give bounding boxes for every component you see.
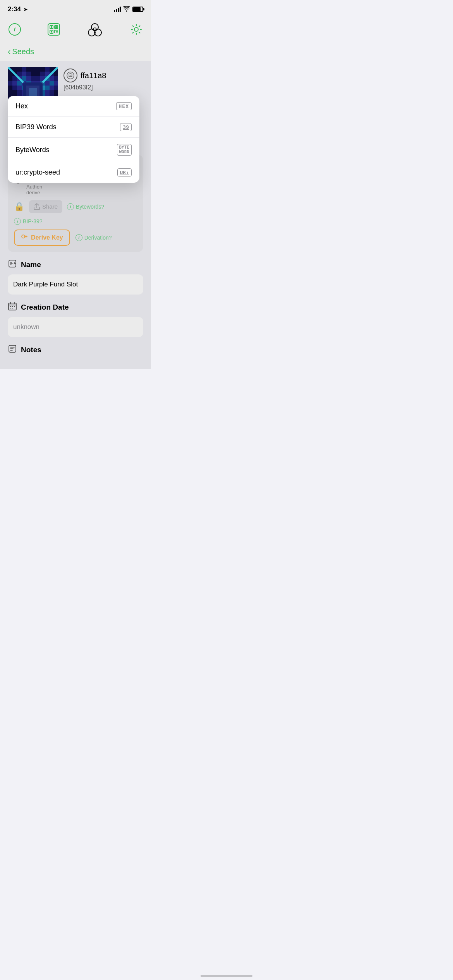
gear-icon bbox=[130, 23, 142, 36]
notes-label: Notes bbox=[21, 346, 41, 354]
derivation-info-button[interactable]: i Derivation? bbox=[76, 234, 112, 241]
bip39-info-icon: i bbox=[14, 218, 21, 225]
qr-icon bbox=[48, 23, 60, 36]
derivation-label: Derivation? bbox=[84, 235, 112, 241]
back-chevron-icon: ‹ bbox=[8, 48, 10, 56]
svg-rect-27 bbox=[10, 306, 11, 307]
back-label: Seeds bbox=[12, 47, 34, 56]
dropdown-bip39-badge: 39 bbox=[120, 123, 132, 131]
seed-hex: ffa11a8 bbox=[81, 71, 106, 80]
creation-date-input[interactable]: unknown bbox=[8, 317, 143, 337]
notes-label-row: Notes bbox=[8, 344, 143, 356]
svg-point-11 bbox=[91, 24, 98, 31]
info-icon: i bbox=[9, 23, 21, 36]
name-label: Name bbox=[21, 260, 41, 269]
bytewords-label: Bytewords? bbox=[76, 204, 104, 210]
signal-bars bbox=[114, 7, 121, 12]
svg-rect-31 bbox=[12, 308, 13, 308]
dropdown-item-bip39[interactable]: BIP39 Words 39 bbox=[8, 117, 139, 138]
name-label-row: Name bbox=[8, 259, 143, 271]
seed-identity-icon bbox=[63, 69, 77, 82]
name-input[interactable]: Dark Purple Fund Slot bbox=[8, 274, 143, 295]
svg-rect-28 bbox=[12, 306, 13, 307]
creation-date-label-row: Creation Date bbox=[8, 302, 143, 313]
svg-rect-29 bbox=[14, 306, 15, 307]
battery-icon bbox=[132, 7, 143, 12]
bytewords-info-icon: i bbox=[67, 203, 74, 210]
svg-point-15 bbox=[134, 27, 138, 31]
share-button[interactable]: Share bbox=[29, 200, 62, 213]
svg-rect-30 bbox=[10, 308, 11, 308]
notes-section: Notes bbox=[8, 344, 143, 356]
status-bar: 2:34 ➤ bbox=[0, 0, 151, 16]
dropdown-bip39-label: BIP39 Words bbox=[15, 123, 57, 131]
svg-rect-1 bbox=[51, 26, 52, 28]
seed-identity: ffa11a8 bbox=[63, 69, 143, 82]
creation-date-icon bbox=[8, 302, 17, 313]
seed-fingerprint: [604b93f2] bbox=[63, 84, 143, 91]
dropdown-hex-badge: HEX bbox=[116, 102, 132, 110]
lock-icon: 🔒 bbox=[14, 202, 24, 212]
app-logo bbox=[86, 20, 104, 39]
dropdown-item-hex[interactable]: Hex HEX bbox=[8, 96, 139, 117]
notes-icon bbox=[8, 344, 17, 356]
bytewords-info-button[interactable]: i Bytewords? bbox=[67, 203, 104, 210]
info-button[interactable]: i bbox=[8, 22, 22, 36]
creation-date-label: Creation Date bbox=[21, 303, 69, 312]
share-label: Share bbox=[42, 203, 58, 210]
dropdown-item-bytewords[interactable]: ByteWords BYTEWORD bbox=[8, 138, 139, 162]
status-time: 2:34 bbox=[8, 5, 21, 13]
name-value: Dark Purple Fund Slot bbox=[13, 281, 78, 288]
action-row: 🔒 Share i Bytewords? i BIP-39? bbox=[14, 200, 137, 225]
derive-key-button[interactable]: Derive Key bbox=[14, 230, 70, 246]
svg-rect-5 bbox=[51, 31, 52, 33]
svg-rect-3 bbox=[55, 26, 57, 28]
creation-date-section: Creation Date unknown bbox=[8, 302, 143, 337]
location-icon: ➤ bbox=[23, 6, 28, 12]
name-section: Name Dark Purple Fund Slot bbox=[8, 259, 143, 295]
derive-key-label: Derive Key bbox=[31, 234, 63, 241]
status-icons bbox=[114, 6, 143, 13]
entropy-subtitle-1: Authen bbox=[26, 184, 42, 190]
derive-row: Derive Key i Derivation? bbox=[14, 230, 137, 246]
dropdown-ur-label: ur:crypto-seed bbox=[15, 168, 60, 176]
back-nav[interactable]: ‹ Seeds bbox=[0, 44, 151, 61]
nav-bar: i bbox=[0, 16, 151, 44]
battery-fill bbox=[133, 7, 141, 11]
name-icon bbox=[8, 259, 17, 271]
entropy-subtitle-2: derive bbox=[26, 190, 42, 195]
wifi-icon bbox=[123, 6, 130, 13]
creation-date-placeholder: unknown bbox=[13, 323, 39, 331]
gear-button[interactable] bbox=[129, 22, 143, 36]
qr-button[interactable] bbox=[47, 22, 61, 36]
svg-rect-10 bbox=[57, 33, 58, 33]
dropdown-item-ur[interactable]: ur:crypto-seed UR: bbox=[8, 162, 139, 183]
dropdown-bytewords-label: ByteWords bbox=[15, 146, 50, 154]
bip39-label: BIP-39? bbox=[23, 218, 43, 224]
bip39-info-button[interactable]: i BIP-39? bbox=[14, 218, 43, 225]
svg-point-16 bbox=[67, 72, 74, 79]
derivation-info-icon: i bbox=[76, 234, 82, 241]
dropdown-hex-label: Hex bbox=[15, 102, 28, 110]
dropdown-ur-badge: UR: bbox=[117, 168, 132, 176]
dropdown-menu: Hex HEX BIP39 Words 39 ByteWords BYTEWOR… bbox=[8, 96, 139, 183]
dropdown-bytewords-badge: BYTEWORD bbox=[117, 144, 132, 156]
